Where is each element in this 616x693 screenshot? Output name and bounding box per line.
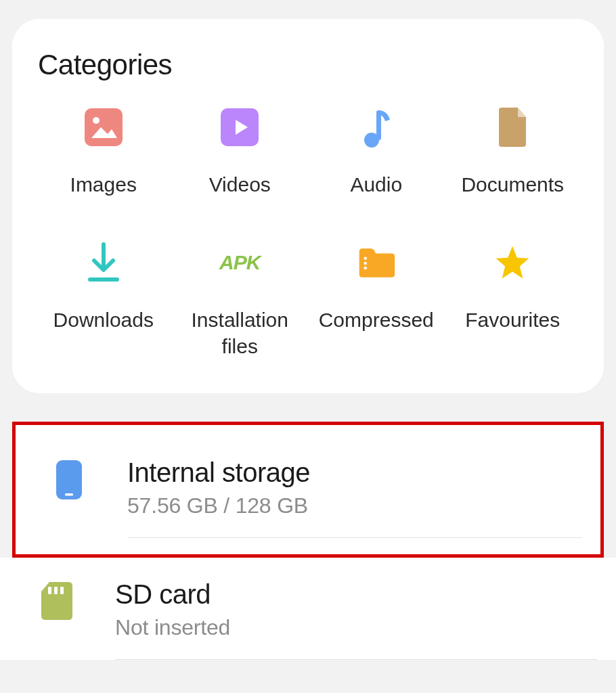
svg-rect-11 [65,493,73,496]
category-favourites[interactable]: Favourites [447,244,579,359]
svg-rect-0 [85,108,123,146]
category-label: Downloads [53,307,154,333]
downloads-icon [85,244,123,282]
storage-list: Internal storage 57.56 GB / 128 GB SD ca… [0,422,616,660]
category-documents[interactable]: Documents [447,108,579,198]
category-compressed[interactable]: Compressed [311,244,442,359]
svg-point-8 [364,262,367,265]
documents-icon [493,108,531,146]
storage-title: Internal storage [127,457,581,488]
svg-rect-13 [54,587,58,594]
categories-title: Categories [38,49,578,81]
storage-internal[interactable]: Internal storage 57.56 GB / 128 GB [12,422,604,558]
category-installation-files[interactable]: APK Installation files [175,244,306,359]
storage-body: Internal storage 57.56 GB / 128 GB [127,457,581,538]
svg-point-9 [364,267,367,270]
audio-icon [357,108,395,146]
category-label: Compressed [319,307,434,333]
svg-rect-12 [48,587,51,594]
svg-rect-14 [60,587,64,594]
category-label: Images [70,172,137,198]
images-icon [85,108,123,146]
storage-body: SD card Not inserted [115,579,597,660]
category-videos[interactable]: Videos [175,108,306,198]
categories-grid: Images Videos Audio [38,108,578,359]
phone-icon [51,460,87,499]
category-downloads[interactable]: Downloads [38,244,169,359]
category-label: Documents [461,172,564,198]
category-images[interactable]: Images [38,108,169,198]
svg-point-1 [93,117,100,124]
category-label: Videos [209,172,271,198]
storage-title: SD card [115,579,597,610]
category-label: Audio [350,172,402,198]
star-icon [493,244,531,282]
category-label: Installation files [192,307,288,359]
apk-icon: APK [221,244,259,282]
svg-point-7 [364,257,367,261]
storage-status: Not inserted [115,615,597,640]
category-audio[interactable]: Audio [311,108,442,198]
compressed-icon [357,244,395,282]
sdcard-icon [39,582,74,620]
videos-icon [221,108,259,146]
storage-usage: 57.56 GB / 128 GB [127,493,581,518]
storage-sdcard[interactable]: SD card Not inserted [0,558,616,660]
categories-card: Categories Images Videos [12,19,604,393]
category-label: Favourites [465,307,560,333]
